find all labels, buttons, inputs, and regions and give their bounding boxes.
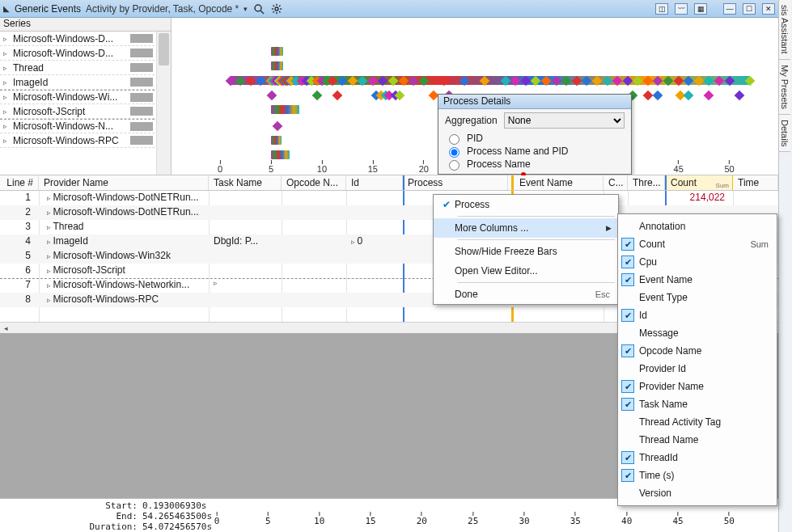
menu-more-columns[interactable]: More Columns ...: [434, 218, 618, 238]
ruler-tick: 45: [672, 512, 683, 526]
preset-dropdown-icon[interactable]: ▾: [244, 5, 248, 13]
gear-icon[interactable]: [270, 2, 283, 15]
column-toggle-time-s-[interactable]: ✔ Time (s): [618, 467, 777, 484]
event-bar[interactable]: [271, 61, 283, 70]
duration-label: Duration:: [73, 521, 138, 532]
opt-process-name-pid[interactable]: Process Name and PID: [445, 145, 625, 158]
series-row[interactable]: ▹ Microsoft-Windows-D...: [0, 46, 171, 61]
column-toggle-annotation[interactable]: Annotation: [618, 217, 777, 235]
event-bar[interactable]: [271, 47, 283, 56]
freeze-bar-blue-1[interactable]: [403, 175, 404, 190]
col-time[interactable]: Time: [733, 175, 778, 190]
expand-icon[interactable]: ▹: [3, 108, 10, 116]
expand-icon[interactable]: ▹: [209, 278, 218, 293]
cell-line: 7: [0, 278, 36, 293]
table-row[interactable]: 1▹ Microsoft-Windows-DotNETRun...214,022: [0, 191, 778, 205]
axis-tick: 5: [269, 160, 273, 174]
col-count[interactable]: CountSum: [665, 175, 733, 190]
time-ruler[interactable]: 05101520253035404550: [217, 512, 770, 528]
series-row[interactable]: ▹ Microsoft-Windows-D...: [0, 32, 171, 46]
ruler-tick: 0: [214, 512, 220, 526]
col-event[interactable]: Event Name: [515, 175, 604, 190]
series-row[interactable]: ▹ Thread: [0, 61, 171, 75]
collapse-icon[interactable]: ◣: [3, 4, 10, 13]
expand-icon[interactable]: ▹: [3, 137, 10, 145]
event-diamond[interactable]: [332, 90, 342, 100]
column-toggle-cpu[interactable]: ✔ Cpu: [618, 253, 777, 271]
column-toggle-thread-name[interactable]: Thread Name: [618, 431, 777, 449]
vtab-details[interactable]: Details: [779, 115, 790, 153]
window-close-icon[interactable]: ✕: [762, 3, 775, 15]
col-task[interactable]: Task Name: [209, 175, 282, 190]
col-id[interactable]: Id: [346, 175, 403, 190]
column-toggle-event-type[interactable]: Event Type: [618, 289, 777, 306]
event-diamond[interactable]: [704, 90, 714, 100]
event-diamond[interactable]: [735, 90, 745, 100]
expand-icon[interactable]: ▹: [3, 78, 10, 87]
event-bar[interactable]: [271, 150, 290, 159]
column-toggle-task-name[interactable]: ✔ Task Name: [618, 395, 777, 413]
col-provider[interactable]: Provider Name: [39, 175, 209, 190]
series-row[interactable]: ▹ Microsoft-Windows-Wi...: [0, 90, 171, 104]
column-toggle-event-name[interactable]: ✔ Event Name: [618, 271, 777, 289]
column-toggle-provider-id[interactable]: Provider Id: [618, 360, 777, 378]
column-toggle-label: Provider Id: [639, 363, 686, 374]
ruler-tick: 5: [265, 512, 271, 526]
column-toggle-opcode-name[interactable]: ✔ Opcode Name: [618, 342, 777, 360]
search-icon[interactable]: [252, 2, 265, 15]
cell-id: ▹ 0: [346, 234, 403, 249]
preset-name[interactable]: Activity by Provider, Task, Opcode *: [86, 3, 239, 15]
expand-icon[interactable]: ▹: [3, 122, 10, 130]
column-toggle-thread-activity-tag[interactable]: Thread Activity Tag: [618, 413, 777, 431]
event-diamond[interactable]: [311, 90, 322, 100]
scroll-left-icon[interactable]: ◂: [0, 323, 11, 334]
window-max-icon[interactable]: ☐: [743, 3, 756, 15]
view-mode-table-icon[interactable]: ▦: [694, 3, 707, 15]
view-mode-chart-icon[interactable]: ◫: [655, 3, 668, 15]
event-diamond[interactable]: [267, 90, 277, 100]
checkbox-icon: [621, 487, 634, 500]
view-mode-line-icon[interactable]: 〰: [675, 3, 688, 15]
col-thread[interactable]: Thre...: [628, 175, 665, 190]
cell-task: DbgId: P...: [209, 234, 282, 249]
expand-icon[interactable]: ▹: [3, 93, 10, 101]
event-bar[interactable]: [271, 136, 282, 145]
series-row[interactable]: ▹ ImageId: [0, 75, 171, 90]
event-diamond[interactable]: [653, 90, 663, 100]
col-c[interactable]: C...: [604, 175, 628, 190]
series-row[interactable]: ▹ Microsoft-Windows-RPC: [0, 133, 171, 148]
series-row[interactable]: ▹ Microsoft-Windows-N...: [0, 119, 171, 133]
cell-line: 1: [0, 191, 36, 205]
column-toggle-count[interactable]: ✔ CountSum: [618, 235, 777, 253]
opt-process-name[interactable]: Process Name: [445, 158, 625, 171]
menu-done[interactable]: DoneEsc: [434, 285, 618, 304]
menu-view-editor[interactable]: Open View Editor...: [434, 261, 618, 281]
expand-icon[interactable]: ▹: [3, 64, 10, 72]
column-toggle-threadid[interactable]: ✔ ThreadId: [618, 449, 777, 467]
event-bar[interactable]: [271, 105, 299, 114]
event-diamond[interactable]: [684, 90, 694, 100]
column-toggle-message[interactable]: Message: [618, 324, 777, 342]
series-scrollbar[interactable]: [156, 32, 171, 175]
expand-icon[interactable]: ▹: [3, 49, 10, 57]
freeze-bar-gold[interactable]: [511, 175, 514, 190]
column-toggle-provider-name[interactable]: ✔ Provider Name: [618, 378, 777, 395]
col-line[interactable]: Line #: [0, 175, 39, 190]
freeze-bar-blue-2[interactable]: [665, 175, 667, 190]
vtab-assistant[interactable]: sis Assistant: [779, 0, 790, 60]
expand-icon[interactable]: ▹: [3, 35, 10, 43]
vtab-presets[interactable]: My Presets: [779, 60, 790, 115]
column-toggle-version[interactable]: Version: [618, 484, 777, 502]
col-process[interactable]: Process: [403, 175, 508, 190]
menu-freeze-bars[interactable]: Show/Hide Freeze Bars: [434, 242, 618, 261]
col-opcode[interactable]: Opcode N...: [282, 175, 346, 190]
opt-pid[interactable]: PID: [445, 132, 625, 145]
series-row[interactable]: ▹ Microsoft-JScript: [0, 104, 171, 119]
cell-provider: ▹ ImageId: [42, 234, 209, 249]
column-toggle-id[interactable]: ✔ Id: [618, 306, 777, 324]
window-min-icon[interactable]: —: [723, 3, 736, 15]
event-diamond[interactable]: [272, 120, 282, 131]
menu-process[interactable]: ✔Process: [434, 195, 618, 214]
aggregation-select[interactable]: None: [504, 112, 625, 129]
column-toggle-label: Event Name: [639, 274, 692, 285]
